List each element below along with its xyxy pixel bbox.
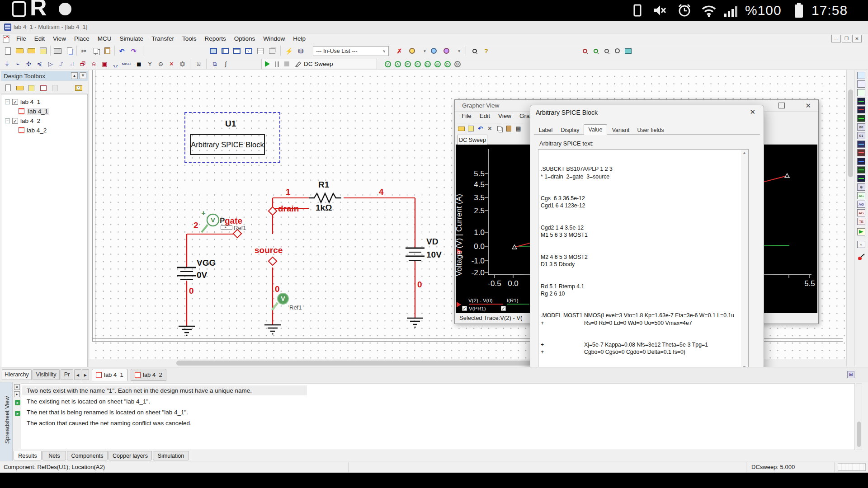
menu-file[interactable]: File <box>12 35 30 42</box>
ssv-tab-components[interactable]: Components <box>67 451 108 460</box>
place-misc-icon[interactable]: MISC <box>121 59 132 69</box>
ssv-tab-nets[interactable]: Nets <box>42 451 66 460</box>
message-1[interactable]: Two nets exist with the name "1". Each n… <box>27 387 252 394</box>
grapher-maximize-button[interactable] <box>778 103 785 108</box>
dtb-save-icon[interactable] <box>26 83 37 93</box>
menu-place[interactable]: Place <box>70 35 94 42</box>
zoom-grid-icon[interactable] <box>220 46 230 56</box>
find-icon[interactable] <box>469 46 480 56</box>
legend-trace3[interactable]: V(PR1) <box>469 306 486 311</box>
dtb-tab-prev-icon[interactable]: ◂ <box>74 369 81 380</box>
menu-view[interactable]: View <box>49 35 70 42</box>
agilent-fg-icon[interactable]: AG <box>857 192 865 199</box>
forward-annotate-icon[interactable] <box>441 46 452 56</box>
logic-converter-icon[interactable] <box>857 141 865 148</box>
place-indicator-icon[interactable]: ▣ <box>99 59 110 69</box>
grapher-close-button[interactable]: ✕ <box>805 102 811 110</box>
net-label-0-vd[interactable]: 0 <box>417 280 422 290</box>
pause-icon[interactable] <box>275 61 279 67</box>
message-3[interactable]: The net that is being renamed is located… <box>27 409 188 416</box>
place-electromech-icon[interactable]: ⊖ <box>156 59 166 69</box>
bode-plotter-icon[interactable] <box>857 115 865 122</box>
undo-icon[interactable]: ↶ <box>117 46 127 56</box>
oscilloscope-icon[interactable] <box>857 98 865 105</box>
open-icon[interactable] <box>14 46 25 56</box>
help-icon[interactable]: ? <box>481 46 491 56</box>
vgg-value[interactable]: 0V <box>197 270 207 280</box>
agilent-scope-icon[interactable]: AG <box>857 209 865 216</box>
tek-scope-icon[interactable]: TE <box>857 218 865 225</box>
place-rf-icon[interactable]: Y <box>145 59 155 69</box>
zoom-fit-icon[interactable] <box>612 46 623 56</box>
vgg-refdes[interactable]: VGG <box>197 258 216 268</box>
legend-checkbox1[interactable]: ✓ <box>462 306 467 311</box>
menu-tools[interactable]: Tools <box>178 35 201 42</box>
net-label-2[interactable]: 2 <box>193 221 198 230</box>
dtb-recent-icon[interactable]: 🕓 <box>73 83 84 93</box>
design-toolbox-close-button[interactable]: ✕ <box>80 72 86 79</box>
menu-transfer[interactable]: Transfer <box>147 35 178 42</box>
save-icon[interactable] <box>38 46 48 56</box>
probe-vi-icon[interactable]: V,I <box>412 59 423 69</box>
place-transistor-icon[interactable]: ≼ <box>34 59 45 69</box>
place-ttl-icon[interactable]: ⑀ <box>56 59 66 69</box>
zoom-screen-icon[interactable] <box>623 46 633 56</box>
place-mcu-icon[interactable]: ⍓ <box>193 59 204 69</box>
wizard-icon[interactable]: ⚡ <box>284 46 294 56</box>
tree-leaf-lab42[interactable]: lab 4_2 <box>19 126 47 135</box>
spreadsheet-corner-icon[interactable]: ⊞ <box>847 371 854 378</box>
design-toolbox-minimize-button[interactable]: ▴ <box>71 72 78 79</box>
spice-text-area[interactable]: .SUBCKT BS107A/PLP 1 2 3* 1=drain 2=gate… <box>538 149 749 379</box>
copy-icon[interactable] <box>90 46 101 56</box>
back-annotate-icon[interactable] <box>429 46 439 56</box>
probe-settings2-icon[interactable]: ⚙ <box>452 59 462 69</box>
probe-i-icon[interactable]: A <box>392 59 403 69</box>
legend-trace1[interactable]: V(2) - V(0) <box>468 298 493 303</box>
net-label-0-source[interactable]: 0 <box>275 284 280 294</box>
message-4[interactable]: The action that caused the net naming co… <box>27 420 192 427</box>
spectrum-analyzer-icon[interactable] <box>857 175 865 182</box>
zoom-sheet-icon[interactable] <box>231 46 242 56</box>
zoom-in-icon[interactable] <box>580 46 590 56</box>
wattmeter-icon[interactable] <box>857 89 865 96</box>
menu-window[interactable]: Window <box>259 35 289 42</box>
dtb-tab-visibility[interactable]: Visibility <box>33 369 60 380</box>
dropdown-arrow2-icon[interactable]: ▾ <box>454 46 464 56</box>
grapher-properties-icon[interactable]: ▤ <box>514 124 523 133</box>
net-label-4[interactable]: 4 <box>379 187 384 197</box>
menu-help[interactable]: Help <box>289 35 310 42</box>
grapher-copy-icon[interactable] <box>495 124 504 133</box>
legend-checkbox2[interactable]: ✓ <box>501 306 506 311</box>
grid-icon[interactable] <box>255 46 265 56</box>
probe-p-icon[interactable]: P <box>402 59 413 69</box>
pin-label-drain[interactable]: drain <box>278 204 299 214</box>
mdi-close-button[interactable]: ✕ <box>852 35 862 42</box>
place-analog-icon[interactable]: ▷ <box>45 59 56 69</box>
r1-refdes[interactable]: R1 <box>318 180 329 190</box>
agilent-mm-icon[interactable]: AG <box>857 201 865 208</box>
probe-vv-icon[interactable]: ΔV <box>422 59 433 69</box>
paste-icon[interactable] <box>102 46 113 56</box>
menu-edit[interactable]: Edit <box>30 35 49 42</box>
ssv-close-button[interactable]: ✕ <box>14 384 20 390</box>
results-message-list[interactable]: Two nets exist with the name "1". Each n… <box>21 383 855 450</box>
logic-analyzer-icon[interactable] <box>857 149 865 156</box>
multimeter-icon[interactable] <box>857 72 865 79</box>
grapher-menu-file[interactable]: File <box>458 113 476 122</box>
ni-elvis-icon[interactable]: ≈ <box>857 241 865 248</box>
menu-mcu[interactable]: MCU <box>94 35 116 42</box>
place-bus-icon[interactable]: ∫ <box>221 59 231 69</box>
net-label-1[interactable]: 1 <box>286 187 291 197</box>
place-advanced-icon[interactable]: ◼ <box>134 59 144 69</box>
zoom-out-icon[interactable] <box>590 46 601 56</box>
grapher-menu-view[interactable]: View <box>494 113 515 122</box>
dtb-new-icon[interactable] <box>3 83 13 93</box>
dtb-open-icon[interactable] <box>14 83 25 93</box>
probe1-label[interactable]: Ref1 <box>234 225 246 231</box>
probe2-label[interactable]: Ref1 <box>289 304 302 311</box>
message-2[interactable]: The existing net is located on sheet "la… <box>27 398 150 405</box>
cut-icon[interactable]: ✂ <box>79 46 89 56</box>
legend-trace2[interactable]: I(R1) <box>507 298 519 303</box>
vd-value[interactable]: 10V <box>426 250 442 260</box>
stop-icon[interactable] <box>284 61 289 66</box>
